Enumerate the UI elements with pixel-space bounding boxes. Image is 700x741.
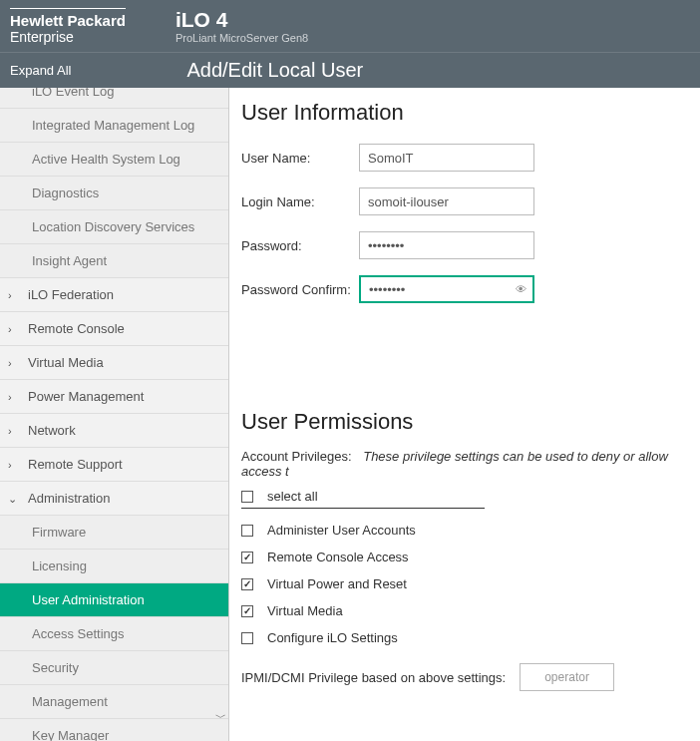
user-name-label: User Name: [241, 151, 359, 166]
account-privileges-row: Account Privileges: These privilege sett… [241, 449, 700, 479]
nav-item-network[interactable]: ›Network [0, 414, 228, 448]
nav-item-label: Location Discovery Services [32, 219, 194, 234]
privilege-checkbox[interactable] [241, 525, 253, 537]
nav-item-label: Remote Support [28, 457, 123, 472]
nav-item-label: User Administration [32, 592, 145, 607]
main-content: User Information User Name: Login Name: … [229, 88, 700, 741]
nav-item-firmware[interactable]: Firmware [0, 516, 228, 550]
nav-item-ilo-event-log[interactable]: iLO Event Log [0, 88, 228, 109]
nav-item-integrated-management-log[interactable]: Integrated Management Log [0, 109, 228, 143]
nav-item-label: Virtual Media [28, 355, 104, 370]
nav-item-label: Firmware [32, 525, 86, 540]
nav-item-label: Management [32, 694, 108, 709]
product-subtitle: ProLiant MicroServer Gen8 [175, 32, 308, 44]
user-info-title: User Information [241, 100, 700, 126]
nav-item-label: Key Manager [32, 728, 109, 741]
chevron-icon: › [8, 357, 12, 369]
permissions-title: User Permissions [241, 409, 700, 435]
ipmi-label: IPMI/DCMI Privilege based on above setti… [241, 670, 506, 685]
nav-item-label: iLO Event Log [32, 88, 114, 99]
chevron-icon: › [8, 323, 12, 335]
select-all-checkbox[interactable] [241, 491, 253, 503]
nav-item-user-administration[interactable]: User Administration [0, 583, 228, 617]
header-sub: Expand All Add/Edit Local User [0, 52, 700, 88]
nav-item-ilo-federation[interactable]: ›iLO Federation [0, 278, 228, 312]
nav-item-label: Licensing [32, 558, 87, 573]
privilege-row: Remote Console Access [241, 550, 700, 564]
nav-item-active-health-system-log[interactable]: Active Health System Log [0, 143, 228, 177]
password-confirm-input[interactable] [359, 275, 534, 303]
privilege-label: Administer User Accounts [267, 523, 416, 538]
privilege-row: Virtual Media [241, 603, 700, 618]
nav-item-access-settings[interactable]: Access Settings [0, 617, 228, 651]
header-top: Hewlett Packard Enterprise iLO 4 ProLian… [0, 0, 700, 52]
login-name-input[interactable] [359, 187, 534, 215]
nav-item-label: Security [32, 660, 79, 675]
nav-item-licensing[interactable]: Licensing [0, 550, 228, 583]
nav-item-label: iLO Federation [28, 287, 114, 302]
chevron-icon: ⌄ [8, 492, 17, 505]
chevron-icon: › [8, 459, 12, 471]
hpe-logo: Hewlett Packard Enterprise [10, 8, 126, 45]
login-name-label: Login Name: [241, 194, 359, 209]
nav-item-label: Network [28, 423, 76, 438]
nav-item-management[interactable]: Management [0, 685, 228, 719]
nav-item-key-manager[interactable]: Key Manager [0, 719, 228, 741]
product-title: iLO 4 [175, 8, 308, 32]
ipmi-value: operator [520, 663, 614, 691]
password-label: Password: [241, 238, 359, 253]
chevron-icon: › [8, 425, 12, 437]
privilege-row: Administer User Accounts [241, 523, 700, 538]
scroll-down-icon[interactable]: ﹀ [215, 710, 226, 725]
user-name-input[interactable] [359, 144, 534, 172]
page-title: Add/Edit Local User [186, 59, 363, 82]
chevron-icon: › [8, 289, 12, 301]
privilege-checkbox[interactable] [241, 552, 253, 563]
nav-item-power-management[interactable]: ›Power Management [0, 380, 228, 414]
nav-item-administration[interactable]: ⌄Administration [0, 482, 228, 516]
nav-item-diagnostics[interactable]: Diagnostics [0, 177, 228, 210]
nav-item-label: Active Health System Log [32, 152, 180, 167]
privilege-label: Virtual Power and Reset [267, 576, 407, 591]
select-all-row[interactable]: select all [241, 489, 485, 509]
privilege-label: Configure iLO Settings [267, 630, 398, 645]
reveal-password-icon[interactable]: 👁 [516, 283, 526, 295]
chevron-icon: › [8, 391, 12, 403]
expand-all-link[interactable]: Expand All [0, 63, 81, 78]
nav-item-remote-console[interactable]: ›Remote Console [0, 312, 228, 346]
nav-item-label: Administration [28, 491, 110, 506]
nav-item-insight-agent[interactable]: Insight Agent [0, 244, 228, 278]
privilege-checkbox[interactable] [241, 605, 253, 617]
nav-item-label: Insight Agent [32, 253, 107, 268]
privilege-label: Remote Console Access [267, 550, 409, 564]
password-input[interactable] [359, 231, 534, 259]
nav-item-label: Access Settings [32, 626, 125, 641]
nav-item-label: Remote Console [28, 321, 125, 336]
nav-item-label: Power Management [28, 389, 144, 404]
nav-item-remote-support[interactable]: ›Remote Support [0, 448, 228, 482]
nav-item-location-discovery-services[interactable]: Location Discovery Services [0, 210, 228, 244]
privilege-row: Virtual Power and Reset [241, 576, 700, 591]
nav-item-label: Integrated Management Log [32, 118, 194, 133]
privilege-checkbox[interactable] [241, 578, 253, 590]
nav-item-security[interactable]: Security [0, 651, 228, 685]
nav-item-virtual-media[interactable]: ›Virtual Media [0, 346, 228, 380]
privilege-row: Configure iLO Settings [241, 630, 700, 645]
privilege-label: Virtual Media [267, 603, 343, 618]
nav-item-label: Diagnostics [32, 185, 99, 200]
privilege-checkbox[interactable] [241, 632, 253, 644]
sidebar: ︿ iLO Event LogIntegrated Management Log… [0, 88, 229, 741]
product-block: iLO 4 ProLiant MicroServer Gen8 [175, 8, 308, 44]
password-confirm-label: Password Confirm: [241, 282, 359, 297]
